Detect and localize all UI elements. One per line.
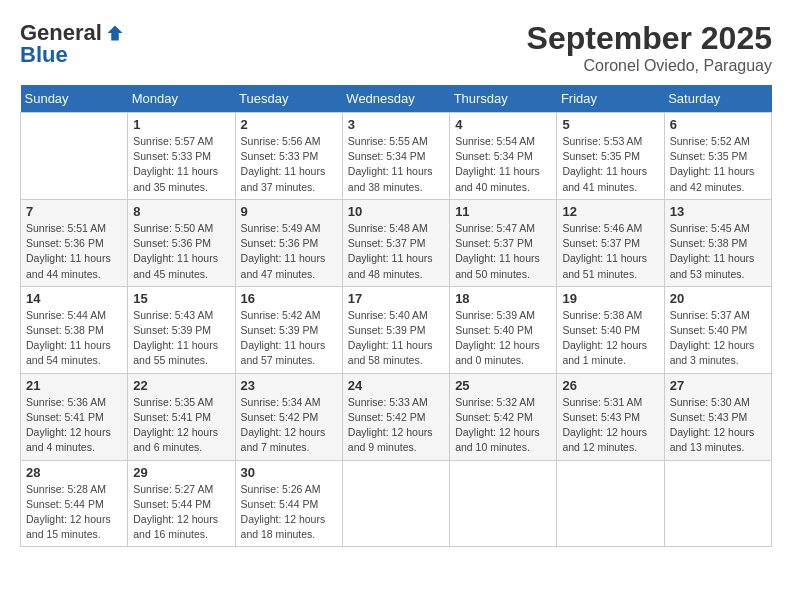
- day-number: 28: [26, 465, 122, 480]
- day-number: 29: [133, 465, 229, 480]
- day-number: 21: [26, 378, 122, 393]
- table-row: 5Sunrise: 5:53 AM Sunset: 5:35 PM Daylig…: [557, 113, 664, 200]
- day-info: Sunrise: 5:45 AM Sunset: 5:38 PM Dayligh…: [670, 221, 766, 282]
- table-row: 3Sunrise: 5:55 AM Sunset: 5:34 PM Daylig…: [342, 113, 449, 200]
- day-number: 22: [133, 378, 229, 393]
- col-friday: Friday: [557, 85, 664, 113]
- day-number: 30: [241, 465, 337, 480]
- day-info: Sunrise: 5:30 AM Sunset: 5:43 PM Dayligh…: [670, 395, 766, 456]
- day-number: 6: [670, 117, 766, 132]
- day-number: 8: [133, 204, 229, 219]
- month-title: September 2025: [527, 20, 772, 57]
- day-number: 9: [241, 204, 337, 219]
- table-row: 9Sunrise: 5:49 AM Sunset: 5:36 PM Daylig…: [235, 199, 342, 286]
- calendar-week-row: 21Sunrise: 5:36 AM Sunset: 5:41 PM Dayli…: [21, 373, 772, 460]
- table-row: 26Sunrise: 5:31 AM Sunset: 5:43 PM Dayli…: [557, 373, 664, 460]
- table-row: 27Sunrise: 5:30 AM Sunset: 5:43 PM Dayli…: [664, 373, 771, 460]
- day-number: 20: [670, 291, 766, 306]
- table-row: 24Sunrise: 5:33 AM Sunset: 5:42 PM Dayli…: [342, 373, 449, 460]
- day-info: Sunrise: 5:44 AM Sunset: 5:38 PM Dayligh…: [26, 308, 122, 369]
- day-number: 5: [562, 117, 658, 132]
- table-row: 6Sunrise: 5:52 AM Sunset: 5:35 PM Daylig…: [664, 113, 771, 200]
- day-number: 19: [562, 291, 658, 306]
- col-tuesday: Tuesday: [235, 85, 342, 113]
- calendar-table: Sunday Monday Tuesday Wednesday Thursday…: [20, 85, 772, 547]
- table-row: 29Sunrise: 5:27 AM Sunset: 5:44 PM Dayli…: [128, 460, 235, 547]
- day-number: 17: [348, 291, 444, 306]
- table-row: 28Sunrise: 5:28 AM Sunset: 5:44 PM Dayli…: [21, 460, 128, 547]
- logo-icon: [106, 24, 124, 42]
- day-info: Sunrise: 5:39 AM Sunset: 5:40 PM Dayligh…: [455, 308, 551, 369]
- col-wednesday: Wednesday: [342, 85, 449, 113]
- day-info: Sunrise: 5:43 AM Sunset: 5:39 PM Dayligh…: [133, 308, 229, 369]
- day-number: 23: [241, 378, 337, 393]
- day-number: 11: [455, 204, 551, 219]
- table-row: 11Sunrise: 5:47 AM Sunset: 5:37 PM Dayli…: [450, 199, 557, 286]
- day-number: 10: [348, 204, 444, 219]
- table-row: 21Sunrise: 5:36 AM Sunset: 5:41 PM Dayli…: [21, 373, 128, 460]
- day-info: Sunrise: 5:46 AM Sunset: 5:37 PM Dayligh…: [562, 221, 658, 282]
- table-row: 13Sunrise: 5:45 AM Sunset: 5:38 PM Dayli…: [664, 199, 771, 286]
- day-number: 27: [670, 378, 766, 393]
- table-row: [557, 460, 664, 547]
- table-row: 19Sunrise: 5:38 AM Sunset: 5:40 PM Dayli…: [557, 286, 664, 373]
- table-row: 2Sunrise: 5:56 AM Sunset: 5:33 PM Daylig…: [235, 113, 342, 200]
- day-info: Sunrise: 5:55 AM Sunset: 5:34 PM Dayligh…: [348, 134, 444, 195]
- table-row: 16Sunrise: 5:42 AM Sunset: 5:39 PM Dayli…: [235, 286, 342, 373]
- logo-blue: Blue: [20, 42, 68, 67]
- day-info: Sunrise: 5:48 AM Sunset: 5:37 PM Dayligh…: [348, 221, 444, 282]
- day-number: 13: [670, 204, 766, 219]
- table-row: 25Sunrise: 5:32 AM Sunset: 5:42 PM Dayli…: [450, 373, 557, 460]
- day-info: Sunrise: 5:57 AM Sunset: 5:33 PM Dayligh…: [133, 134, 229, 195]
- day-number: 4: [455, 117, 551, 132]
- day-info: Sunrise: 5:34 AM Sunset: 5:42 PM Dayligh…: [241, 395, 337, 456]
- calendar-week-row: 28Sunrise: 5:28 AM Sunset: 5:44 PM Dayli…: [21, 460, 772, 547]
- table-row: 22Sunrise: 5:35 AM Sunset: 5:41 PM Dayli…: [128, 373, 235, 460]
- table-row: 1Sunrise: 5:57 AM Sunset: 5:33 PM Daylig…: [128, 113, 235, 200]
- day-number: 1: [133, 117, 229, 132]
- day-info: Sunrise: 5:33 AM Sunset: 5:42 PM Dayligh…: [348, 395, 444, 456]
- table-row: 17Sunrise: 5:40 AM Sunset: 5:39 PM Dayli…: [342, 286, 449, 373]
- table-row: 4Sunrise: 5:54 AM Sunset: 5:34 PM Daylig…: [450, 113, 557, 200]
- day-number: 25: [455, 378, 551, 393]
- day-number: 15: [133, 291, 229, 306]
- day-info: Sunrise: 5:51 AM Sunset: 5:36 PM Dayligh…: [26, 221, 122, 282]
- table-row: 8Sunrise: 5:50 AM Sunset: 5:36 PM Daylig…: [128, 199, 235, 286]
- col-saturday: Saturday: [664, 85, 771, 113]
- day-info: Sunrise: 5:36 AM Sunset: 5:41 PM Dayligh…: [26, 395, 122, 456]
- table-row: 30Sunrise: 5:26 AM Sunset: 5:44 PM Dayli…: [235, 460, 342, 547]
- table-row: 7Sunrise: 5:51 AM Sunset: 5:36 PM Daylig…: [21, 199, 128, 286]
- day-number: 18: [455, 291, 551, 306]
- day-number: 2: [241, 117, 337, 132]
- calendar-week-row: 7Sunrise: 5:51 AM Sunset: 5:36 PM Daylig…: [21, 199, 772, 286]
- day-info: Sunrise: 5:28 AM Sunset: 5:44 PM Dayligh…: [26, 482, 122, 543]
- day-number: 14: [26, 291, 122, 306]
- day-info: Sunrise: 5:27 AM Sunset: 5:44 PM Dayligh…: [133, 482, 229, 543]
- day-info: Sunrise: 5:42 AM Sunset: 5:39 PM Dayligh…: [241, 308, 337, 369]
- table-row: 18Sunrise: 5:39 AM Sunset: 5:40 PM Dayli…: [450, 286, 557, 373]
- day-info: Sunrise: 5:38 AM Sunset: 5:40 PM Dayligh…: [562, 308, 658, 369]
- day-info: Sunrise: 5:31 AM Sunset: 5:43 PM Dayligh…: [562, 395, 658, 456]
- calendar-week-row: 1Sunrise: 5:57 AM Sunset: 5:33 PM Daylig…: [21, 113, 772, 200]
- col-monday: Monday: [128, 85, 235, 113]
- title-block: September 2025 Coronel Oviedo, Paraguay: [527, 20, 772, 75]
- day-info: Sunrise: 5:52 AM Sunset: 5:35 PM Dayligh…: [670, 134, 766, 195]
- day-info: Sunrise: 5:26 AM Sunset: 5:44 PM Dayligh…: [241, 482, 337, 543]
- table-row: 14Sunrise: 5:44 AM Sunset: 5:38 PM Dayli…: [21, 286, 128, 373]
- table-row: [342, 460, 449, 547]
- table-row: 23Sunrise: 5:34 AM Sunset: 5:42 PM Dayli…: [235, 373, 342, 460]
- table-row: 20Sunrise: 5:37 AM Sunset: 5:40 PM Dayli…: [664, 286, 771, 373]
- day-number: 3: [348, 117, 444, 132]
- table-row: 10Sunrise: 5:48 AM Sunset: 5:37 PM Dayli…: [342, 199, 449, 286]
- table-row: 12Sunrise: 5:46 AM Sunset: 5:37 PM Dayli…: [557, 199, 664, 286]
- day-info: Sunrise: 5:32 AM Sunset: 5:42 PM Dayligh…: [455, 395, 551, 456]
- logo: General Blue: [20, 20, 124, 68]
- day-info: Sunrise: 5:40 AM Sunset: 5:39 PM Dayligh…: [348, 308, 444, 369]
- day-info: Sunrise: 5:49 AM Sunset: 5:36 PM Dayligh…: [241, 221, 337, 282]
- day-info: Sunrise: 5:56 AM Sunset: 5:33 PM Dayligh…: [241, 134, 337, 195]
- day-info: Sunrise: 5:50 AM Sunset: 5:36 PM Dayligh…: [133, 221, 229, 282]
- table-row: [21, 113, 128, 200]
- day-number: 16: [241, 291, 337, 306]
- day-number: 26: [562, 378, 658, 393]
- day-info: Sunrise: 5:54 AM Sunset: 5:34 PM Dayligh…: [455, 134, 551, 195]
